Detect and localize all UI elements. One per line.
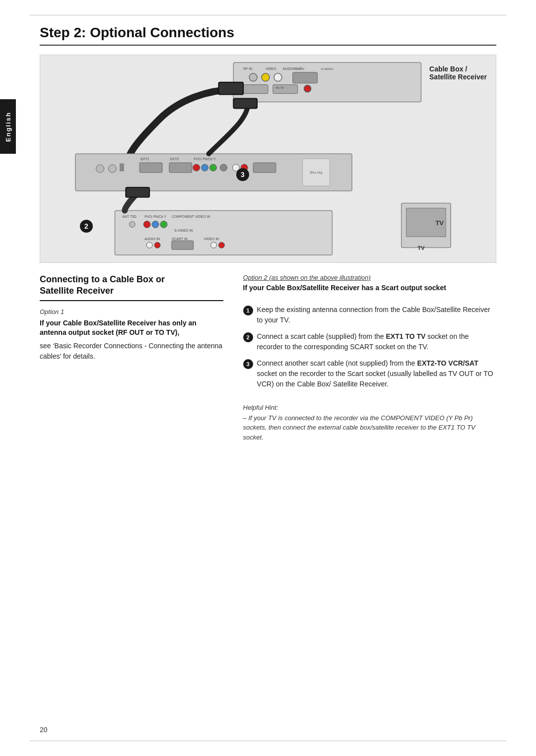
svg-point-50 [211, 242, 217, 248]
svg-rect-7 [293, 72, 318, 83]
svg-rect-22 [169, 163, 192, 173]
section-title-box: Connecting to a Cable Box or Satellite R… [40, 274, 223, 301]
svg-text:Blu-ray: Blu-ray [310, 170, 323, 175]
svg-point-45 [146, 242, 152, 248]
svg-rect-0 [233, 63, 421, 102]
step-number-2: 2 [80, 220, 93, 233]
diagram-area: RF IN VIDEO AUDIO OUT TO VCR S-VIDEO OUT… [40, 55, 496, 263]
svg-text:AUDIO IN: AUDIO IN [144, 237, 160, 241]
svg-rect-11 [243, 85, 268, 94]
svg-text:EXT2: EXT2 [170, 157, 179, 161]
option1-heading: If your Cable Box/Satellite Receiver has… [40, 318, 223, 338]
svg-text:Pr/Cr Pb/Cb Y: Pr/Cr Pb/Cb Y [194, 157, 216, 161]
svg-point-41 [160, 221, 167, 228]
step-2-text: Connect a scart cable (supplied) from th… [257, 331, 496, 352]
step-number-3: 3 [236, 168, 249, 181]
step-1: 1 Keep the existing antenna connection f… [243, 305, 496, 325]
content-columns: Connecting to a Cable Box or Satellite R… [40, 274, 496, 442]
svg-text:SCART IN: SCART IN [172, 237, 188, 241]
svg-point-37 [129, 221, 135, 227]
svg-point-27 [210, 164, 217, 171]
option2-heading: If your Cable Box/Satellite Receiver has… [243, 283, 496, 293]
svg-text:EXT1: EXT1 [140, 157, 149, 161]
svg-point-14 [304, 85, 311, 92]
cable-box-label: Cable Box / Satellite Receiver [429, 65, 487, 81]
english-tab-label: English [4, 112, 12, 142]
svg-rect-32 [303, 159, 330, 186]
helpful-hint-label: Helpful Hint: [243, 404, 496, 411]
svg-point-39 [143, 221, 150, 228]
svg-text:AUDIO OUT: AUDIO OUT [283, 67, 302, 70]
left-column: Connecting to a Cable Box or Satellite R… [40, 274, 223, 442]
svg-point-18 [109, 165, 117, 173]
svg-text:TO TV: TO TV [275, 86, 284, 89]
step-2-number: 2 [243, 332, 253, 342]
svg-rect-19 [120, 164, 124, 171]
option2-label: Option 2 (as shown on the above illustra… [243, 274, 496, 281]
svg-point-6 [274, 73, 282, 81]
svg-text:VIDEO: VIDEO [266, 67, 276, 70]
helpful-hint-text: – If your TV is connected to the recorde… [243, 413, 496, 442]
english-tab: English [0, 99, 16, 154]
svg-text:TO VCR: TO VCR [293, 67, 305, 70]
svg-rect-15 [218, 82, 243, 95]
svg-point-5 [262, 73, 269, 81]
page-border-bottom [30, 741, 506, 741]
cable-diagram: RF IN VIDEO AUDIO OUT TO VCR S-VIDEO OUT… [40, 55, 496, 262]
svg-rect-34 [233, 99, 257, 109]
section-title: Connecting to a Cable Box or Satellite R… [40, 274, 223, 297]
svg-rect-35 [115, 211, 332, 255]
svg-point-17 [96, 165, 104, 173]
svg-point-28 [220, 164, 227, 171]
svg-rect-20 [139, 163, 162, 173]
svg-text:COMPONENT VIDEO IN: COMPONENT VIDEO IN [172, 215, 210, 218]
svg-rect-12 [273, 85, 298, 94]
svg-text:Pr/Cr Pb/Cb Y: Pr/Cr Pb/Cb Y [144, 215, 166, 218]
step-1-number: 1 [243, 306, 253, 315]
step-3: 3 Connect another scart cable (not suppl… [243, 358, 496, 389]
svg-rect-31 [253, 163, 276, 173]
svg-text:OUT TO TV: OUT TO TV [243, 86, 259, 89]
page-number: 20 [40, 726, 48, 734]
step-1-text: Keep the existing antenna connection fro… [257, 305, 496, 325]
svg-point-4 [249, 73, 257, 81]
step-2: 2 Connect a scart cable (supplied) from … [243, 331, 496, 352]
option1-label: Option 1 [40, 308, 223, 315]
right-column: Option 2 (as shown on the above illustra… [243, 274, 496, 442]
svg-text:S-VIDEO IN: S-VIDEO IN [174, 229, 193, 232]
step-3-text: Connect another scart cable (not supplie… [257, 358, 496, 389]
page-title: Step 2: Optional Connections [40, 25, 496, 46]
svg-text:S-VIDEO: S-VIDEO [321, 67, 333, 70]
svg-text:TV: TV [418, 245, 425, 251]
svg-text:VIDEO IN: VIDEO IN [204, 237, 219, 241]
svg-point-46 [154, 242, 160, 248]
svg-text:ANT 75Ω: ANT 75Ω [122, 215, 136, 218]
svg-point-26 [201, 164, 208, 171]
svg-text:RF IN: RF IN [243, 67, 252, 70]
tv-label: TV [435, 219, 444, 227]
svg-rect-52 [126, 188, 149, 197]
svg-point-51 [218, 242, 224, 248]
svg-rect-48 [172, 241, 194, 250]
step-3-number: 3 [243, 359, 253, 369]
svg-rect-16 [75, 154, 352, 191]
svg-point-40 [152, 221, 159, 228]
svg-point-25 [193, 164, 200, 171]
page-border-top [30, 15, 506, 15]
option1-text: see ‘Basic Recorder Connections - Connec… [40, 341, 223, 362]
